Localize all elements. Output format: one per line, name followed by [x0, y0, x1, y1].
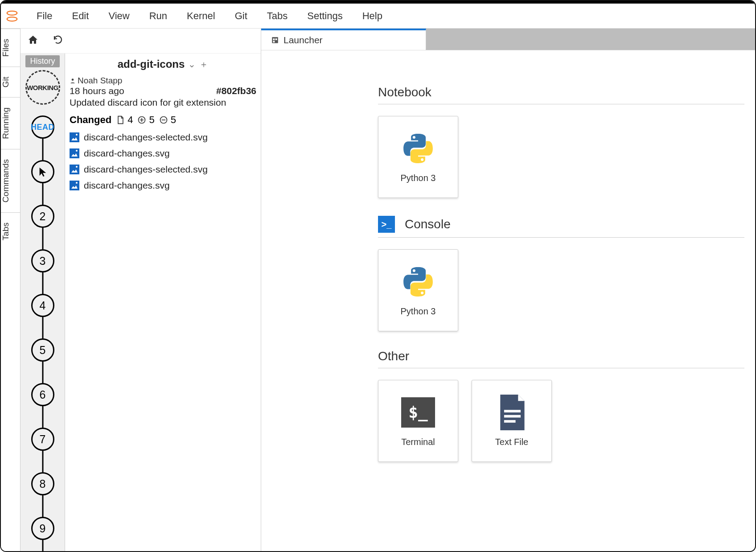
- commit-node-5[interactable]: 5: [31, 338, 54, 362]
- svg-rect-9: [504, 410, 521, 412]
- menu-run[interactable]: Run: [140, 10, 177, 22]
- svg-rect-8: [273, 41, 275, 43]
- card-label: Text File: [495, 437, 528, 447]
- menu-help[interactable]: Help: [353, 10, 392, 22]
- file-name: discard-changes.svg: [84, 148, 170, 159]
- menu-tabs[interactable]: Tabs: [257, 10, 297, 22]
- svg-rect-11: [504, 420, 516, 423]
- svg-point-2: [72, 78, 74, 81]
- section-title: Console: [405, 217, 451, 231]
- commit-node-4[interactable]: 4: [31, 294, 54, 317]
- card-label: Python 3: [401, 306, 436, 317]
- svg-rect-5: [272, 37, 278, 43]
- changed-label: Changed: [70, 114, 111, 126]
- branch-dropdown-icon[interactable]: ⌄: [188, 59, 196, 70]
- changed-file[interactable]: discard-changes-selected.svg: [70, 161, 256, 177]
- menu-kernel[interactable]: Kernel: [177, 10, 225, 22]
- home-icon[interactable]: [21, 34, 45, 48]
- card-label: Terminal: [401, 437, 435, 447]
- commit-node-6[interactable]: 6: [31, 383, 54, 406]
- commit-node-9[interactable]: 9: [31, 517, 54, 540]
- refresh-icon[interactable]: [45, 34, 70, 48]
- python-icon: [400, 131, 436, 166]
- menu-edit[interactable]: Edit: [62, 10, 99, 22]
- commit-node-cursor[interactable]: [31, 160, 54, 183]
- card-label: Python 3: [401, 173, 436, 183]
- sidebar-tab-git[interactable]: Git: [1, 66, 20, 97]
- file-name: discard-changes-selected.svg: [84, 164, 208, 175]
- changed-stats: Changed 4 5 5: [65, 108, 261, 129]
- console-icon: >_: [378, 216, 395, 233]
- author-name: Noah Stapp: [78, 76, 122, 86]
- console-python3-card[interactable]: Python 3: [378, 249, 458, 331]
- terminal-icon: $_: [400, 395, 436, 430]
- file-name: discard-changes.svg: [84, 180, 170, 191]
- git-panel: History WORKING HEAD 2 3 4 5 6 7 8 9: [21, 29, 261, 551]
- commit-node-3[interactable]: 3: [31, 249, 54, 272]
- image-file-icon: [70, 132, 79, 142]
- image-file-icon: [70, 181, 79, 190]
- deletions-stat: 5: [159, 114, 176, 126]
- svg-rect-6: [273, 38, 275, 40]
- sidebar-tab-running[interactable]: Running: [1, 97, 20, 149]
- additions-stat: 5: [137, 114, 154, 126]
- left-sidebar-tabs: Files Git Running Commands Tabs: [1, 29, 21, 551]
- svg-rect-10: [504, 415, 521, 417]
- section-title: Other: [378, 349, 409, 363]
- menu-git[interactable]: Git: [225, 10, 257, 22]
- launcher-icon: [271, 36, 279, 44]
- commit-node-2[interactable]: 2: [31, 205, 54, 228]
- notebook-python3-card[interactable]: Python 3: [378, 116, 458, 198]
- changed-file[interactable]: discard-changes-selected.svg: [70, 129, 256, 145]
- menu-file[interactable]: File: [27, 10, 62, 22]
- svg-point-1: [7, 17, 17, 21]
- textfile-icon: [494, 395, 530, 430]
- commit-author: Noah Stapp: [70, 76, 256, 86]
- image-file-icon: [70, 165, 79, 174]
- main-tabs: Launcher: [261, 29, 755, 50]
- git-graph-column: History WORKING HEAD 2 3 4 5 6 7 8 9: [21, 54, 65, 551]
- changed-file[interactable]: discard-changes.svg: [70, 177, 256, 194]
- working-node[interactable]: WORKING: [25, 70, 60, 105]
- commit-hash: #802fb36: [216, 86, 256, 96]
- commit-node-8[interactable]: 8: [31, 472, 54, 495]
- file-name: discard-changes-selected.svg: [84, 132, 208, 143]
- files-changed-stat: 4: [116, 114, 133, 126]
- commit-message: Updated discard icon for git extension: [70, 97, 256, 108]
- head-node[interactable]: HEAD: [31, 115, 54, 139]
- history-label: History: [25, 55, 59, 67]
- tab-label: Launcher: [284, 35, 323, 45]
- sidebar-tab-files[interactable]: Files: [1, 29, 20, 66]
- terminal-card[interactable]: $_ Terminal: [378, 380, 458, 462]
- svg-rect-7: [275, 38, 277, 40]
- sidebar-tab-commands[interactable]: Commands: [1, 149, 20, 212]
- launcher-tab[interactable]: Launcher: [261, 29, 426, 50]
- commit-time: 18 hours ago: [70, 86, 124, 96]
- jupyter-logo-icon: [5, 9, 19, 23]
- menu-view[interactable]: View: [99, 10, 139, 22]
- branch-name: add-git-icons: [118, 58, 185, 70]
- main-area: Launcher Notebook Python 3 >_Console: [261, 29, 755, 551]
- image-file-icon: [70, 148, 79, 158]
- sidebar-tab-tabs[interactable]: Tabs: [1, 212, 20, 250]
- changed-file[interactable]: discard-changes.svg: [70, 145, 256, 161]
- commit-node-7[interactable]: 7: [31, 428, 54, 451]
- python-icon: [400, 264, 436, 299]
- menubar: File Edit View Run Kernel Git Tabs Setti…: [1, 4, 755, 29]
- textfile-card[interactable]: Text File: [472, 380, 552, 462]
- menu-settings[interactable]: Settings: [297, 10, 353, 22]
- new-branch-icon[interactable]: ＋: [199, 58, 208, 70]
- section-title: Notebook: [378, 85, 431, 99]
- svg-point-0: [7, 11, 17, 15]
